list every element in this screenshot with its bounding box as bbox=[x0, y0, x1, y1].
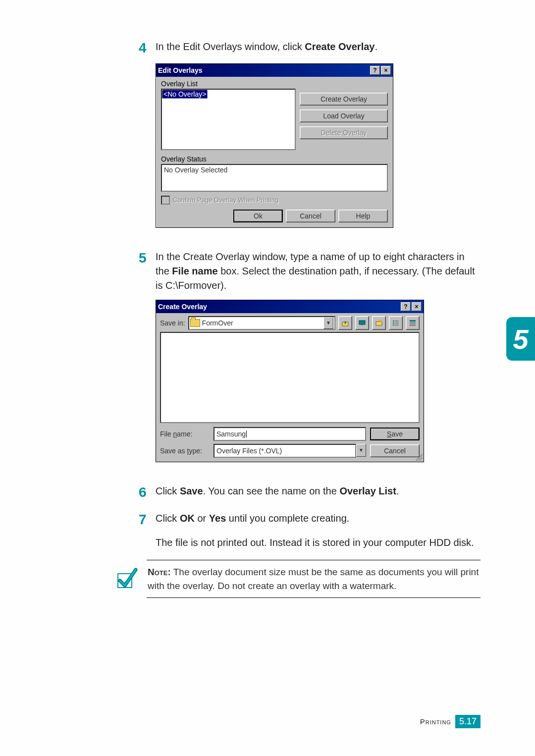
create-overlay-titlebar: Create Overlay ? × bbox=[156, 300, 424, 313]
note-head: Note: bbox=[148, 567, 171, 577]
step-4-text: In the Edit Overlays window, click Creat… bbox=[156, 40, 377, 54]
details-view-icon[interactable] bbox=[406, 316, 420, 330]
desktop-icon[interactable] bbox=[355, 316, 369, 330]
svg-rect-9 bbox=[410, 322, 416, 323]
footer-section: Printing bbox=[420, 717, 451, 726]
step-6-bold1: Save bbox=[180, 486, 203, 496]
load-overlay-button[interactable]: Load Overlay bbox=[300, 109, 388, 122]
step-7-bold2: Yes bbox=[209, 513, 226, 524]
up-folder-icon[interactable] bbox=[338, 316, 352, 330]
filename-value: Samsung bbox=[216, 430, 246, 438]
new-folder-icon[interactable] bbox=[372, 316, 386, 330]
step-4-pre: In the Edit Overlays window, click bbox=[156, 41, 305, 52]
step-number-4: 4 bbox=[139, 40, 156, 56]
filename-input[interactable]: Samsung bbox=[214, 427, 366, 441]
close-icon[interactable]: × bbox=[381, 66, 391, 75]
save-button[interactable]: Save bbox=[370, 428, 420, 440]
create-overlay-title: Create Overlay bbox=[158, 303, 400, 311]
confirm-overlay-checkbox bbox=[161, 196, 170, 205]
svg-rect-1 bbox=[361, 324, 363, 325]
step-6-post: . bbox=[396, 486, 399, 496]
overlay-status-box: No Overlay Selected bbox=[161, 164, 388, 192]
step-4-post: . bbox=[374, 41, 377, 52]
help-button[interactable]: Help bbox=[338, 210, 388, 222]
step-6-bold2: Overlay List bbox=[339, 486, 396, 496]
step-5-bold: File name bbox=[172, 266, 217, 276]
svg-rect-2 bbox=[393, 321, 394, 322]
overlay-status-text: No Overlay Selected bbox=[164, 166, 227, 174]
step-7-bold1: OK bbox=[180, 513, 195, 524]
step-7-mid1: or bbox=[195, 513, 209, 524]
save-as-type-label: Save as type: bbox=[160, 447, 210, 455]
help-icon[interactable]: ? bbox=[370, 66, 380, 75]
filename-label: File name: bbox=[160, 430, 210, 438]
list-view-icon[interactable] bbox=[389, 316, 403, 330]
step-6-pre: Click bbox=[156, 486, 180, 496]
save-in-label: Save in: bbox=[160, 319, 185, 327]
step-number-6: 6 bbox=[139, 484, 156, 501]
overlay-status-label: Overlay Status bbox=[161, 155, 388, 163]
chevron-down-icon[interactable]: ▼ bbox=[356, 444, 366, 457]
create-overlay-dialog: Create Overlay ? × Save in: FormOver ▼ bbox=[156, 300, 424, 462]
step-number-7: 7 bbox=[139, 511, 156, 528]
footer-chapter: 5 bbox=[459, 716, 464, 726]
delete-overlay-button: Delete Overlay bbox=[300, 126, 388, 139]
overlay-listbox[interactable]: <No Overlay> bbox=[161, 89, 296, 150]
file-list-pane[interactable] bbox=[160, 332, 420, 423]
step-7-mid2: until you complete creating. bbox=[226, 513, 349, 524]
save-as-type-value: Overlay Files (*.OVL) bbox=[216, 447, 282, 455]
svg-rect-0 bbox=[359, 321, 365, 324]
svg-rect-11 bbox=[410, 325, 416, 326]
save-as-type-combo[interactable]: Overlay Files (*.OVL) bbox=[214, 444, 356, 458]
chevron-down-icon[interactable]: ▼ bbox=[323, 317, 333, 329]
svg-rect-3 bbox=[395, 321, 399, 322]
svg-rect-6 bbox=[393, 324, 394, 325]
step-6-mid: . You can see the name on the bbox=[203, 486, 340, 496]
create-overlay-button[interactable]: Create Overlay bbox=[300, 93, 388, 106]
step-6-text: Click Save. You can see the name on the … bbox=[156, 484, 399, 498]
step-7-para2: The file is not printed out. Instead it … bbox=[156, 536, 474, 550]
step-5-text: In the Create Overlay window, type a nam… bbox=[156, 250, 481, 293]
note-box: Note: The overlay document size must be … bbox=[147, 560, 481, 598]
edit-overlays-title: Edit Overlays bbox=[158, 66, 369, 74]
svg-rect-7 bbox=[395, 324, 399, 325]
note-checkmark-icon bbox=[115, 567, 138, 592]
svg-rect-8 bbox=[410, 320, 416, 322]
step-7-pre: Click bbox=[156, 513, 180, 524]
text-cursor-icon bbox=[246, 431, 247, 437]
step-4-bold: Create Overlay bbox=[305, 41, 374, 52]
save-in-value: FormOver bbox=[202, 319, 233, 327]
page-footer: Printing 5.17 bbox=[420, 715, 481, 728]
help-icon[interactable]: ? bbox=[401, 302, 411, 311]
chapter-side-tab: 5 bbox=[506, 317, 535, 361]
folder-icon bbox=[190, 319, 200, 327]
note-body: The overlay document size must be the sa… bbox=[148, 567, 479, 591]
edit-overlays-titlebar: Edit Overlays ? × bbox=[156, 64, 393, 77]
ok-button[interactable]: Ok bbox=[233, 210, 283, 222]
step-number-5: 5 bbox=[139, 250, 156, 267]
svg-rect-4 bbox=[393, 323, 394, 324]
footer-page: 17 bbox=[467, 716, 477, 726]
close-icon[interactable]: × bbox=[412, 302, 422, 311]
step-7-text: Click OK or Yes until you complete creat… bbox=[156, 511, 474, 550]
edit-overlays-dialog: Edit Overlays ? × Overlay List <No Overl… bbox=[156, 63, 393, 228]
confirm-overlay-label: Confirm Page Overlay When Printing bbox=[173, 196, 278, 204]
cancel-button[interactable]: Cancel bbox=[370, 444, 420, 457]
resize-grip-icon[interactable] bbox=[416, 454, 423, 461]
footer-page-number: 5.17 bbox=[455, 715, 481, 728]
svg-rect-5 bbox=[395, 323, 399, 324]
overlay-list-label: Overlay List bbox=[161, 80, 388, 88]
save-in-combo[interactable]: FormOver ▼ bbox=[188, 316, 335, 330]
overlay-list-item[interactable]: <No Overlay> bbox=[162, 90, 208, 99]
svg-rect-10 bbox=[410, 324, 416, 324]
cancel-button[interactable]: Cancel bbox=[286, 210, 335, 222]
